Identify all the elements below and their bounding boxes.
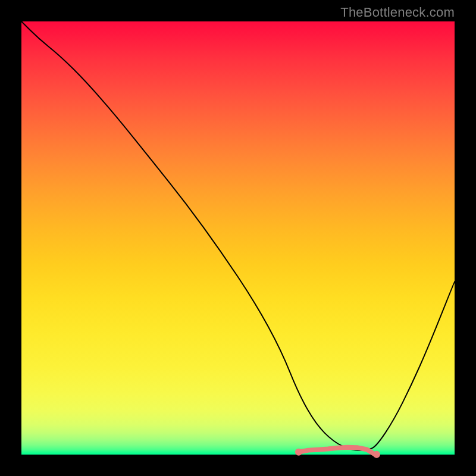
valley-dot-right	[373, 451, 380, 458]
bottleneck-curve	[21, 21, 455, 450]
curve-svg	[21, 21, 455, 455]
chart-frame: TheBottleneck.com	[0, 0, 476, 476]
valley-dot-left	[295, 449, 302, 456]
optimal-valley-marker	[299, 447, 377, 456]
watermark-text: TheBottleneck.com	[340, 5, 455, 20]
plot-area	[21, 21, 455, 455]
